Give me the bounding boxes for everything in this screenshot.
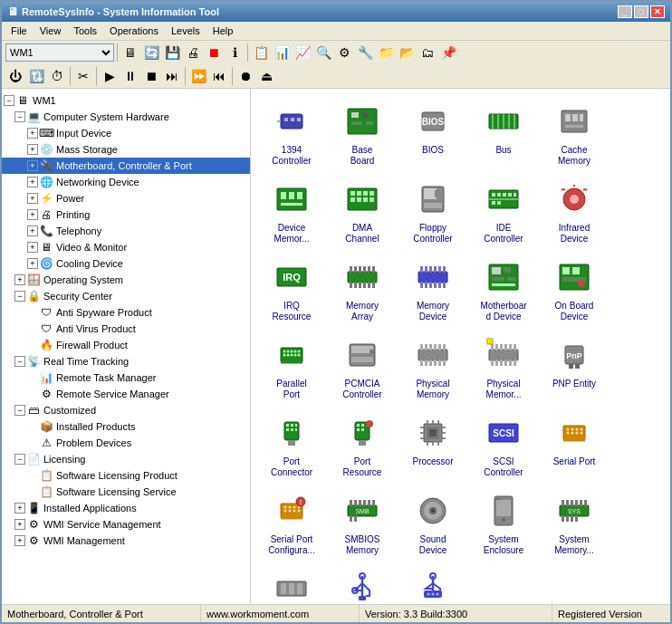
icon-item-sysencl[interactable]: SystemEnclosure (470, 485, 537, 560)
tb2-pause[interactable]: ⏸ (120, 66, 140, 86)
tb-btn4[interactable]: 🔍 (313, 43, 333, 62)
tree-item-net[interactable]: + 🌐 Networking Device (2, 174, 250, 190)
tree-item-instprod[interactable]: 📦 Installed Products (2, 418, 250, 435)
icon-item-mobodev[interactable]: Motherboard Device (470, 252, 537, 326)
tree-item-antispy[interactable]: 🛡 Anti Spyware Product (2, 304, 250, 321)
tb2-btn3[interactable]: ⏱ (47, 66, 67, 86)
tb-save[interactable]: 💾 (162, 43, 182, 62)
icon-item-usbctrl[interactable]: USBController (329, 563, 396, 604)
tree-toggle-power[interactable]: + (27, 193, 38, 204)
tb2-record[interactable]: ⏺ (235, 66, 255, 86)
tree-item-tel[interactable]: + 📞 Telephony (2, 223, 250, 239)
tree-toggle-csh[interactable]: − (14, 111, 25, 122)
icon-item-bios[interactable]: BIOS BIOS (399, 96, 466, 170)
menu-view[interactable]: View (34, 24, 67, 38)
tb-btn8[interactable]: 📂 (397, 43, 417, 62)
tb-btn3[interactable]: 📈 (293, 43, 312, 62)
tree-toggle-input[interactable]: + (27, 128, 38, 139)
tb2-next[interactable]: ⏭ (162, 66, 182, 86)
tree-item-mobo[interactable]: + 🔌 Motherboard, Controller & Port (2, 158, 250, 174)
tree-toggle-os[interactable]: + (14, 274, 25, 285)
tree-toggle-lic[interactable]: − (14, 454, 25, 465)
tree-item-firewall[interactable]: 🔥 Firewall Product (2, 337, 250, 353)
tb2-btn4[interactable]: ✂ (73, 66, 93, 86)
tree-toggle-net[interactable]: + (27, 177, 38, 187)
icon-item-onboard[interactable]: On BoardDevice (541, 252, 608, 326)
menu-operations[interactable]: Operations (104, 24, 164, 38)
tree-toggle-wmimgmt[interactable]: + (14, 535, 25, 546)
icon-item-memdev[interactable]: MemoryDevice (399, 252, 466, 326)
tb2-stop2[interactable]: ⏹ (141, 66, 161, 86)
icon-item-portres[interactable]: PortResource (329, 408, 396, 482)
icon-item-ide[interactable]: IDEController (470, 174, 537, 248)
tree-item-cool[interactable]: + 🌀 Cooling Device (2, 255, 250, 272)
tree-toggle-wmisvc[interactable]: + (14, 519, 25, 530)
tb-btn1[interactable]: 📋 (251, 43, 271, 62)
tree-item-csh[interactable]: − 💻 Computer System Hardware (2, 109, 250, 125)
target-select[interactable]: WM1 (5, 43, 114, 62)
tree-item-print[interactable]: + 🖨 Printing (2, 206, 250, 223)
icon-item-smbios[interactable]: SMB SMBIOSMemory (329, 485, 396, 560)
tree-toggle-rtt[interactable]: − (14, 356, 25, 367)
tree-item-power[interactable]: + ⚡ Power (2, 190, 250, 206)
tree-toggle-sec[interactable]: − (14, 291, 25, 302)
icon-item-sysslot[interactable]: System Slot (258, 563, 325, 604)
icon-item-physmem[interactable]: PhysicalMemory (399, 330, 466, 404)
tree-item-lic[interactable]: − 📄 Licensing (2, 451, 250, 467)
tb-btn2[interactable]: 📊 (272, 43, 292, 62)
icon-item-cache[interactable]: CacheMemory (541, 96, 608, 170)
tree-toggle-video[interactable]: + (27, 242, 38, 253)
tb-stop[interactable]: ⏹ (204, 43, 224, 62)
tb-info[interactable]: ℹ (225, 43, 245, 62)
tree-toggle-cool[interactable]: + (27, 258, 38, 269)
tree-item-custom[interactable]: − 🗃 Customized (2, 402, 250, 418)
tb-btn7[interactable]: 📁 (376, 43, 396, 62)
tb-btn6[interactable]: 🔧 (355, 43, 375, 62)
tb2-play[interactable]: ▶ (100, 66, 120, 86)
tree-toggle-wm1[interactable]: − (4, 95, 14, 106)
icon-item-memarray[interactable]: MemoryArray (329, 252, 396, 326)
tree-toggle-mass[interactable]: + (27, 144, 38, 155)
icon-item-baseboard[interactable]: BaseBoard (329, 96, 396, 170)
icon-item-pcmcia[interactable]: PCMCIAController (329, 330, 396, 404)
tb2-eject[interactable]: ⏏ (256, 66, 276, 86)
tree-toggle-custom[interactable]: − (14, 405, 25, 416)
tb-connect[interactable]: 🖥 (120, 43, 140, 62)
tree-item-wm1[interactable]: − 🖥 WM1 (2, 92, 250, 109)
tb-btn9[interactable]: 🗂 (418, 43, 437, 62)
icon-item-processor[interactable]: Processor (399, 408, 466, 482)
maximize-button[interactable]: □ (634, 5, 648, 18)
tree-toggle-tel[interactable]: + (27, 226, 38, 236)
tb-btn10[interactable]: 📌 (438, 43, 458, 62)
tb2-btn1[interactable]: ⏻ (5, 66, 25, 86)
tree-item-wmisvc[interactable]: + ⚙ WMI Service Management (2, 516, 250, 533)
icon-item-floppy[interactable]: FloppyController (399, 174, 466, 248)
tb-btn5[interactable]: ⚙ (334, 43, 354, 62)
minimize-button[interactable]: _ (618, 5, 632, 18)
icon-item-pnp[interactable]: PnP PNP Entity (541, 330, 608, 404)
tree-item-rtm[interactable]: 📊 Remote Task Manager (2, 370, 250, 386)
icon-item-1394[interactable]: 1394Controller (258, 96, 325, 170)
icon-item-serialcfg[interactable]: ! Serial PortConfigura... (258, 485, 325, 560)
menu-levels[interactable]: Levels (166, 24, 206, 38)
tree-item-video[interactable]: + 🖥 Video & Monitor (2, 239, 250, 255)
icon-item-usbhub[interactable]: USB Hub (399, 563, 466, 604)
tree-item-probdev[interactable]: ⚠ Problem Devices (2, 435, 250, 451)
icon-item-bus[interactable]: Bus (470, 96, 537, 170)
tree-item-swlicsvc[interactable]: 📋 Software Licensing Service (2, 484, 250, 500)
tree-item-sec[interactable]: − 🔒 Security Center (2, 288, 250, 304)
icon-item-scsi[interactable]: SCSI SCSIController (470, 408, 537, 482)
tree-item-rtt[interactable]: − 📡 Real Time Tracking (2, 353, 250, 370)
menu-tools[interactable]: Tools (68, 24, 102, 38)
target-combo[interactable]: WM1 (5, 43, 114, 62)
icon-item-physmemmore[interactable]: ! PhysicalMemor... (470, 330, 537, 404)
tree-item-mass[interactable]: + 💿 Mass Storage (2, 141, 250, 158)
icon-item-irq[interactable]: IRQ IRQResource (258, 252, 325, 326)
tree-item-instapp[interactable]: + 📱 Installed Applications (2, 500, 250, 516)
tree-item-antivirus[interactable]: 🛡 Anti Virus Product (2, 321, 250, 337)
icon-item-dma[interactable]: DMAChannel (329, 174, 396, 248)
tree-item-os[interactable]: + 🪟 Operating System (2, 272, 250, 288)
tb-print[interactable]: 🖨 (183, 43, 203, 62)
tb2-end[interactable]: ⏮ (209, 66, 229, 86)
tb2-btn2[interactable]: 🔃 (26, 66, 46, 86)
